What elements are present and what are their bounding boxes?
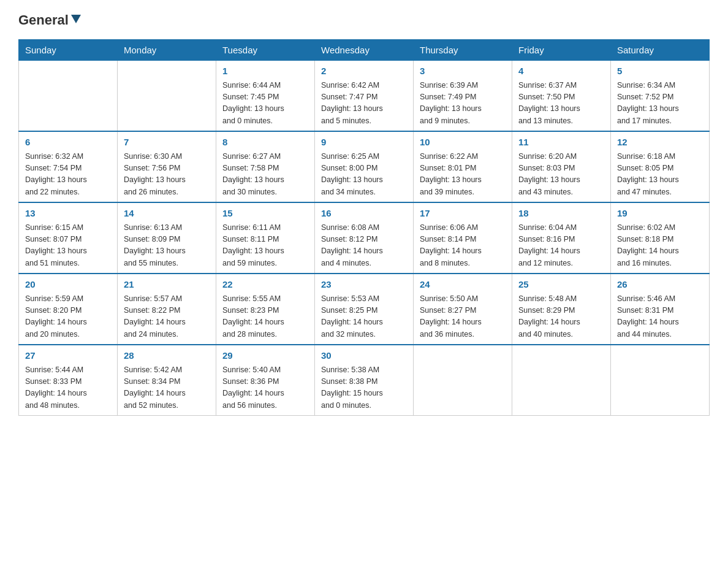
day-cell: 19Sunrise: 6:02 AM Sunset: 8:18 PM Dayli… [611,202,710,274]
day-number: 26 [617,278,703,292]
day-info: Sunrise: 6:27 AM Sunset: 7:58 PM Dayligh… [222,151,308,199]
day-info: Sunrise: 6:08 AM Sunset: 8:12 PM Dayligh… [321,222,407,270]
calendar-table: SundayMondayTuesdayWednesdayThursdayFrid… [18,39,710,416]
logo-text: General [18,12,83,28]
day-number: 16 [321,207,407,221]
day-cell: 28Sunrise: 5:42 AM Sunset: 8:34 PM Dayli… [118,345,216,416]
day-cell: 26Sunrise: 5:46 AM Sunset: 8:31 PM Dayli… [611,274,710,345]
day-cell: 3Sunrise: 6:39 AM Sunset: 7:49 PM Daylig… [414,61,512,132]
svg-marker-0 [71,15,81,23]
day-info: Sunrise: 5:38 AM Sunset: 8:38 PM Dayligh… [321,364,407,412]
day-cell: 7Sunrise: 6:30 AM Sunset: 7:56 PM Daylig… [118,131,216,202]
day-cell: 13Sunrise: 6:15 AM Sunset: 8:07 PM Dayli… [19,202,118,274]
day-info: Sunrise: 6:30 AM Sunset: 7:56 PM Dayligh… [124,151,210,199]
day-number: 21 [124,278,210,292]
day-info: Sunrise: 6:44 AM Sunset: 7:45 PM Dayligh… [222,80,308,128]
column-header-thursday: Thursday [414,40,512,61]
day-cell: 4Sunrise: 6:37 AM Sunset: 7:50 PM Daylig… [512,61,611,132]
day-cell: 8Sunrise: 6:27 AM Sunset: 7:58 PM Daylig… [216,131,315,202]
day-info: Sunrise: 6:32 AM Sunset: 7:54 PM Dayligh… [25,151,111,199]
day-info: Sunrise: 6:37 AM Sunset: 7:50 PM Dayligh… [518,80,604,128]
day-cell: 24Sunrise: 5:50 AM Sunset: 8:27 PM Dayli… [414,274,512,345]
day-info: Sunrise: 5:53 AM Sunset: 8:25 PM Dayligh… [321,293,407,341]
day-number: 6 [25,136,111,150]
day-info: Sunrise: 5:57 AM Sunset: 8:22 PM Dayligh… [124,293,210,341]
day-number: 25 [518,278,604,292]
day-info: Sunrise: 6:34 AM Sunset: 7:52 PM Dayligh… [617,80,703,128]
day-number: 9 [321,136,407,150]
column-header-friday: Friday [512,40,611,61]
day-number: 8 [222,136,308,150]
day-number: 28 [124,349,210,363]
day-cell [512,345,611,416]
day-info: Sunrise: 5:48 AM Sunset: 8:29 PM Dayligh… [518,293,604,341]
day-number: 15 [222,207,308,221]
day-number: 4 [518,64,604,79]
column-header-sunday: Sunday [19,40,118,61]
day-info: Sunrise: 5:40 AM Sunset: 8:36 PM Dayligh… [222,364,308,412]
day-cell: 14Sunrise: 6:13 AM Sunset: 8:09 PM Dayli… [118,202,216,274]
day-info: Sunrise: 6:39 AM Sunset: 7:49 PM Dayligh… [420,80,506,128]
day-cell: 6Sunrise: 6:32 AM Sunset: 7:54 PM Daylig… [19,131,118,202]
day-info: Sunrise: 5:44 AM Sunset: 8:33 PM Dayligh… [25,364,111,412]
logo-general: General [18,12,69,28]
day-cell: 29Sunrise: 5:40 AM Sunset: 8:36 PM Dayli… [216,345,315,416]
day-number: 22 [222,278,308,292]
column-header-saturday: Saturday [611,40,710,61]
day-number: 14 [124,207,210,221]
day-number: 2 [321,64,407,79]
day-cell [414,345,512,416]
day-cell: 5Sunrise: 6:34 AM Sunset: 7:52 PM Daylig… [611,61,710,132]
day-number: 27 [25,349,111,363]
day-number: 29 [222,349,308,363]
day-info: Sunrise: 6:25 AM Sunset: 8:00 PM Dayligh… [321,151,407,199]
day-info: Sunrise: 5:55 AM Sunset: 8:23 PM Dayligh… [222,293,308,341]
day-info: Sunrise: 6:22 AM Sunset: 8:01 PM Dayligh… [420,151,506,199]
column-header-wednesday: Wednesday [315,40,414,61]
day-cell: 10Sunrise: 6:22 AM Sunset: 8:01 PM Dayli… [414,131,512,202]
week-row-4: 20Sunrise: 5:59 AM Sunset: 8:20 PM Dayli… [19,274,710,345]
day-cell: 22Sunrise: 5:55 AM Sunset: 8:23 PM Dayli… [216,274,315,345]
day-info: Sunrise: 5:50 AM Sunset: 8:27 PM Dayligh… [420,293,506,341]
day-number: 7 [124,136,210,150]
day-cell: 17Sunrise: 6:06 AM Sunset: 8:14 PM Dayli… [414,202,512,274]
day-cell [611,345,710,416]
logo: General [18,12,83,28]
day-cell: 15Sunrise: 6:11 AM Sunset: 8:11 PM Dayli… [216,202,315,274]
day-number: 23 [321,278,407,292]
day-number: 10 [420,136,506,150]
day-number: 30 [321,349,407,363]
day-cell: 23Sunrise: 5:53 AM Sunset: 8:25 PM Dayli… [315,274,414,345]
day-cell: 21Sunrise: 5:57 AM Sunset: 8:22 PM Dayli… [118,274,216,345]
day-number: 12 [617,136,703,150]
week-row-3: 13Sunrise: 6:15 AM Sunset: 8:07 PM Dayli… [19,202,710,274]
day-number: 3 [420,64,506,79]
day-number: 5 [617,64,703,79]
day-cell [19,61,118,132]
week-row-2: 6Sunrise: 6:32 AM Sunset: 7:54 PM Daylig… [19,131,710,202]
day-info: Sunrise: 6:13 AM Sunset: 8:09 PM Dayligh… [124,222,210,270]
day-info: Sunrise: 6:15 AM Sunset: 8:07 PM Dayligh… [25,222,111,270]
day-info: Sunrise: 5:59 AM Sunset: 8:20 PM Dayligh… [25,293,111,341]
day-cell: 20Sunrise: 5:59 AM Sunset: 8:20 PM Dayli… [19,274,118,345]
day-cell: 16Sunrise: 6:08 AM Sunset: 8:12 PM Dayli… [315,202,414,274]
day-cell: 30Sunrise: 5:38 AM Sunset: 8:38 PM Dayli… [315,345,414,416]
column-header-monday: Monday [118,40,216,61]
day-info: Sunrise: 5:42 AM Sunset: 8:34 PM Dayligh… [124,364,210,412]
day-cell: 18Sunrise: 6:04 AM Sunset: 8:16 PM Dayli… [512,202,611,274]
day-info: Sunrise: 5:46 AM Sunset: 8:31 PM Dayligh… [617,293,703,341]
day-cell: 1Sunrise: 6:44 AM Sunset: 7:45 PM Daylig… [216,61,315,132]
day-number: 24 [420,278,506,292]
day-cell: 2Sunrise: 6:42 AM Sunset: 7:47 PM Daylig… [315,61,414,132]
day-number: 13 [25,207,111,221]
day-number: 11 [518,136,604,150]
day-info: Sunrise: 6:04 AM Sunset: 8:16 PM Dayligh… [518,222,604,270]
day-number: 19 [617,207,703,221]
day-cell [118,61,216,132]
day-number: 1 [222,64,308,79]
day-info: Sunrise: 6:02 AM Sunset: 8:18 PM Dayligh… [617,222,703,270]
day-cell: 12Sunrise: 6:18 AM Sunset: 8:05 PM Dayli… [611,131,710,202]
day-number: 20 [25,278,111,292]
day-info: Sunrise: 6:42 AM Sunset: 7:47 PM Dayligh… [321,80,407,128]
week-row-1: 1Sunrise: 6:44 AM Sunset: 7:45 PM Daylig… [19,61,710,132]
